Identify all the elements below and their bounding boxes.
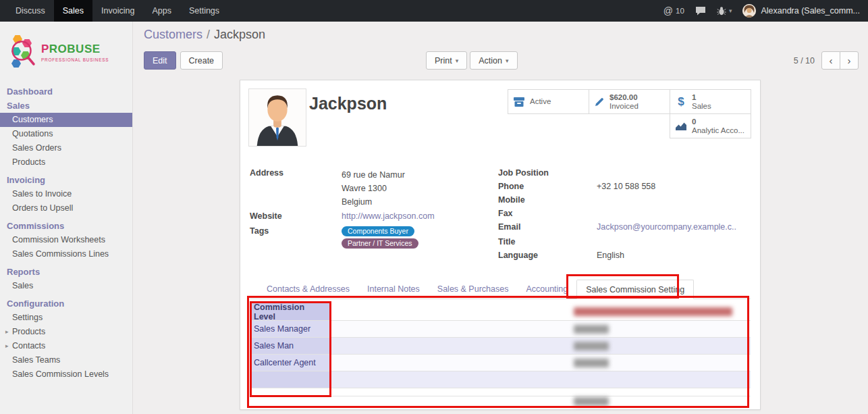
language-label: Language xyxy=(498,251,597,261)
tab-accounting[interactable]: Accounting xyxy=(517,280,576,299)
user-menu[interactable]: Alexandra (Sales_comm... xyxy=(742,4,860,18)
brand-first-letter: P xyxy=(41,43,49,55)
screen: Discuss Sales Invoicing Apps Settings @ … xyxy=(0,0,868,414)
user-name: Alexandra (Sales_comm... xyxy=(761,6,860,16)
sidebar-section-dashboard[interactable]: Dashboard xyxy=(0,84,132,99)
phone-label: Phone xyxy=(498,182,597,192)
sidebar-item-sales-to-invoice[interactable]: Sales to Invoice xyxy=(0,187,132,201)
sidebar: PROBUSE PROFESSIONAL BUSINESS Dashboard … xyxy=(0,22,133,414)
website-link[interactable]: http://www.jackpson.com xyxy=(342,211,435,221)
sidebar-section-sales[interactable]: Sales xyxy=(0,99,132,113)
mobile-value xyxy=(597,195,749,206)
submenu-arrow-icon: ▸ xyxy=(5,341,12,351)
table-row-sales-man[interactable]: Sales Man xyxy=(250,338,751,355)
pager-next-button[interactable]: › xyxy=(840,51,859,70)
debug-menu-button[interactable]: ▾ xyxy=(717,6,732,16)
stat-button-active[interactable]: Active xyxy=(508,89,589,114)
table-row-empty[interactable] xyxy=(250,371,751,388)
email-link[interactable]: Jackpson@yourcompany.example.c.. xyxy=(597,222,736,232)
breadcrumb-separator: / xyxy=(207,28,210,41)
brand-rest: ROBUSE xyxy=(49,43,101,55)
pager-value[interactable]: 5 / 10 xyxy=(794,56,815,66)
pager: 5 / 10 ‹ › xyxy=(794,51,859,70)
stat-label: Analytic Acco... xyxy=(692,126,744,135)
redacted-header-cell xyxy=(574,307,732,316)
pager-previous-button[interactable]: ‹ xyxy=(821,51,840,70)
sidebar-item-settings[interactable]: Settings xyxy=(0,311,132,325)
menu-invoicing[interactable]: Invoicing xyxy=(92,0,143,22)
print-action-dropdowns: Print▾ Action▾ xyxy=(426,51,518,70)
column-header-commission-level[interactable]: Commission Level xyxy=(250,303,331,320)
sidebar-item-sales-commissions-lines[interactable]: Sales Commissions Lines xyxy=(0,247,132,261)
dollar-icon: $ xyxy=(675,95,687,109)
top-navbar: Discuss Sales Invoicing Apps Settings @ … xyxy=(0,0,868,22)
table-row-sales-manager[interactable]: Sales Manager xyxy=(250,321,751,338)
stat-label: Active xyxy=(530,97,551,106)
caret-down-icon: ▾ xyxy=(506,57,509,64)
website-label: Website xyxy=(250,211,342,222)
edit-button[interactable]: Edit xyxy=(144,51,176,70)
print-dropdown-button[interactable]: Print▾ xyxy=(426,51,467,70)
sidebar-section-configuration[interactable]: Configuration xyxy=(0,296,132,311)
email-label: Email xyxy=(498,222,597,233)
action-dropdown-button[interactable]: Action▾ xyxy=(470,51,517,70)
archive-icon xyxy=(513,97,525,107)
sidebar-item-sales-commission-levels[interactable]: Sales Commission Levels xyxy=(0,367,132,382)
customer-photo[interactable] xyxy=(248,88,306,147)
sidebar-section-commissions[interactable]: Commissions xyxy=(0,219,132,233)
tab-sales-purchases[interactable]: Sales & Purchases xyxy=(429,280,518,299)
fields-left-column: Address 69 rue de Namur Wavre 1300 Belgi… xyxy=(250,168,486,251)
sidebar-item-commission-worksheets[interactable]: Commission Worksheets xyxy=(0,233,132,247)
commission-level-cell[interactable]: Sales Man xyxy=(250,338,331,354)
sidebar-item-config-contacts[interactable]: ▸Contacts xyxy=(0,339,132,353)
sidebar-item-orders-to-upsell[interactable]: Orders to Upsell xyxy=(0,201,132,215)
menu-sales[interactable]: Sales xyxy=(54,0,92,22)
area-chart-icon xyxy=(675,122,687,131)
stat-button-sales[interactable]: $ 1 Sales xyxy=(670,89,751,114)
tab-sales-commission-setting[interactable]: Sales Commission Setting xyxy=(576,280,694,299)
tag-partner-it-services: Partner / IT Services xyxy=(342,238,418,249)
probuse-logo-icon xyxy=(8,32,36,72)
redacted-cell xyxy=(574,342,609,351)
sidebar-item-reports-sales[interactable]: Sales xyxy=(0,279,132,293)
title-value xyxy=(597,237,749,248)
app-logo: PROBUSE PROFESSIONAL BUSINESS xyxy=(0,22,132,81)
address-label: Address xyxy=(250,168,342,209)
stat-buttons: Active $620.00 Invoiced $ 1 Sales xyxy=(508,90,751,138)
sidebar-item-quotations[interactable]: Quotations xyxy=(0,127,132,141)
notebook-tabs: Contacts & Addresses Internal Notes Sale… xyxy=(250,280,751,299)
menu-settings[interactable]: Settings xyxy=(180,0,228,22)
sidebar-item-sales-teams[interactable]: Sales Teams xyxy=(0,353,132,367)
submenu-arrow-icon: ▸ xyxy=(5,327,12,337)
sidebar-item-config-products[interactable]: ▸Products xyxy=(0,325,132,339)
form-sheet: Jackpson Active $620.00 Invoiced $ 1 xyxy=(240,80,761,410)
stat-button-analytic-accounts[interactable]: 0 Analytic Acco... xyxy=(670,113,751,138)
sidebar-section-invoicing[interactable]: Invoicing xyxy=(0,173,132,187)
sidebar-item-products[interactable]: Products xyxy=(0,155,132,170)
commission-level-cell[interactable]: Sales Manager xyxy=(250,321,331,337)
create-button[interactable]: Create xyxy=(180,51,223,70)
menu-discuss[interactable]: Discuss xyxy=(7,0,54,22)
messages-button[interactable] xyxy=(695,6,706,16)
tab-internal-notes[interactable]: Internal Notes xyxy=(358,280,429,299)
address-value: 69 rue de Namur Wavre 1300 Belgium xyxy=(342,168,486,209)
sidebar-item-sales-orders[interactable]: Sales Orders xyxy=(0,141,132,155)
top-right-controls: @ 10 ▾ Alexandra (Sales_comm... xyxy=(663,0,868,22)
sidebar-section-reports[interactable]: Reports xyxy=(0,265,132,279)
mentions-counter-button[interactable]: @ 10 xyxy=(663,5,684,16)
stat-label: Sales xyxy=(692,102,711,111)
redacted-cell xyxy=(574,359,609,367)
breadcrumb-customers-link[interactable]: Customers xyxy=(144,28,202,41)
mobile-label: Mobile xyxy=(498,195,597,206)
table-row-callcenter-agent[interactable]: Callcenter Agent xyxy=(250,355,751,371)
record-action-buttons: Edit Create xyxy=(144,51,223,70)
action-label: Action xyxy=(479,56,502,66)
tab-contacts-addresses[interactable]: Contacts & Addresses xyxy=(258,280,358,299)
tags-label: Tags xyxy=(250,226,342,249)
sidebar-item-label: Products xyxy=(12,327,45,337)
mention-count: 10 xyxy=(676,7,684,15)
menu-apps[interactable]: Apps xyxy=(143,0,180,22)
stat-button-invoiced[interactable]: $620.00 Invoiced xyxy=(589,89,670,114)
commission-level-cell[interactable]: Callcenter Agent xyxy=(250,355,331,371)
sidebar-item-customers[interactable]: Customers xyxy=(0,113,132,127)
